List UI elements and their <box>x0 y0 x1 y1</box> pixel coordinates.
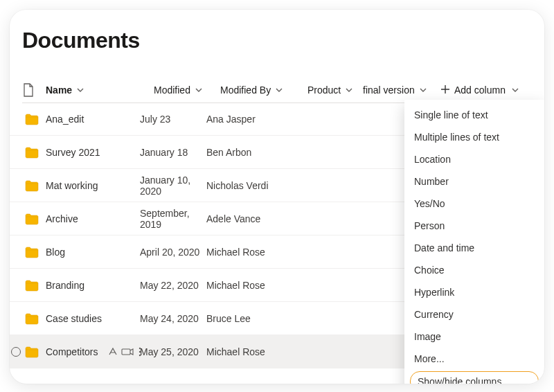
row-modified-by: Nicholas Verdi <box>206 180 294 191</box>
menu-item[interactable]: Date and time <box>404 237 544 259</box>
menu-item[interactable]: Yes/No <box>404 193 544 215</box>
column-header-final-version-label: final version <box>363 84 415 96</box>
add-column-label: Add column <box>454 84 506 96</box>
menu-item[interactable]: Single line of text <box>404 104 544 126</box>
folder-icon <box>25 312 39 325</box>
column-header-modified-label: Modified <box>154 84 190 96</box>
column-header-modified-by-label: Modified By <box>220 84 271 96</box>
row-modified-by: Adele Vance <box>206 213 294 224</box>
file-icon <box>22 83 35 97</box>
row-name: Competitors <box>46 346 98 357</box>
share-icon[interactable] <box>107 346 118 357</box>
chevron-down-icon <box>195 86 203 94</box>
plus-icon <box>440 84 450 96</box>
chevron-down-icon <box>511 86 519 94</box>
row-modified: April 20, 2020 <box>140 247 206 258</box>
menu-item[interactable]: More... <box>404 348 544 370</box>
page-title: Documents <box>22 28 140 53</box>
folder-icon <box>25 213 39 225</box>
row-name: Ana_edit <box>46 114 84 125</box>
row-name: Survey 2021 <box>46 147 100 158</box>
column-header-name[interactable]: Name <box>36 78 154 103</box>
row-modified-by: Ana Jasper <box>206 114 294 125</box>
row-select-radio[interactable] <box>11 347 21 357</box>
link-icon[interactable] <box>121 347 134 357</box>
row-modified: May 22, 2020 <box>140 280 206 291</box>
folder-icon <box>25 279 39 292</box>
menu-item[interactable]: Number <box>404 170 544 193</box>
menu-item[interactable]: Image <box>404 326 544 348</box>
menu-item[interactable]: Multiple lines of text <box>404 126 544 148</box>
folder-icon <box>25 346 39 358</box>
row-modified-by: Bruce Lee <box>206 313 294 324</box>
menu-item[interactable]: Choice <box>404 259 544 281</box>
row-modified: January 10, 2020 <box>140 175 206 197</box>
chevron-down-icon <box>76 86 84 94</box>
column-header-name-label: Name <box>46 84 72 96</box>
row-modified-by: Michael Rose <box>206 247 294 258</box>
document-library-card: Documents Name Modified Modified By Prod… <box>10 10 544 384</box>
row-name: Mat working <box>46 180 98 191</box>
chevron-down-icon <box>419 86 427 94</box>
add-column-button[interactable]: Add column <box>440 84 519 96</box>
menu-item[interactable]: Currency <box>404 303 544 326</box>
row-modified-by: Ben Arbon <box>206 147 294 158</box>
folder-icon <box>25 246 39 258</box>
menu-item[interactable]: Person <box>404 215 544 237</box>
row-name: Blog <box>46 247 65 258</box>
menu-item[interactable]: Hyperlink <box>404 281 544 303</box>
row-modified: January 18 <box>140 147 206 158</box>
row-name: Case studies <box>46 313 102 324</box>
add-column-menu: Single line of textMultiple lines of tex… <box>404 100 544 384</box>
folder-icon <box>25 179 39 192</box>
column-header-product-label: Product <box>307 84 341 96</box>
menu-item-show-hide-columns[interactable]: Show/hide columns <box>410 371 539 384</box>
row-name: Branding <box>46 280 84 291</box>
row-modified-by: Michael Rose <box>206 346 294 357</box>
row-modified: September, 2019 <box>140 208 206 230</box>
folder-icon <box>25 113 39 125</box>
column-header-modified[interactable]: Modified <box>154 78 220 103</box>
row-modified-by: Michael Rose <box>206 280 294 291</box>
row-modified: May 24, 2020 <box>140 313 206 324</box>
column-header-product[interactable]: Product <box>307 78 363 103</box>
chevron-down-icon <box>345 86 353 94</box>
chevron-down-icon <box>275 86 283 94</box>
column-header-row: Name Modified Modified By Product final … <box>22 78 539 103</box>
row-modified: July 23 <box>140 114 206 125</box>
svg-rect-0 <box>122 349 130 355</box>
row-modified: May 25, 2020 <box>140 346 206 357</box>
column-header-final-version[interactable]: final version <box>363 78 440 103</box>
column-header-modified-by[interactable]: Modified By <box>220 78 307 103</box>
menu-item[interactable]: Location <box>404 148 544 170</box>
row-name: Archive <box>46 213 78 224</box>
folder-icon <box>25 146 39 159</box>
